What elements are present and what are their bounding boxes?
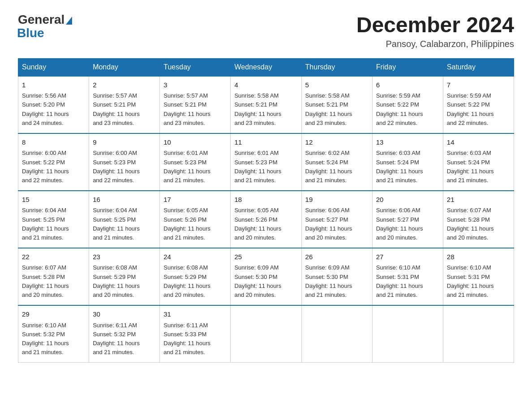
day-info: Sunrise: 6:08 AMSunset: 5:29 PMDaylight:…	[93, 264, 140, 298]
calendar-cell: 27 Sunrise: 6:10 AMSunset: 5:31 PMDaylig…	[372, 248, 443, 305]
weekday-header-tuesday: Tuesday	[160, 58, 231, 76]
day-number: 31	[163, 309, 227, 320]
day-info: Sunrise: 6:08 AMSunset: 5:29 PMDaylight:…	[163, 264, 210, 298]
day-number: 13	[376, 137, 439, 148]
calendar-cell: 19 Sunrise: 6:06 AMSunset: 5:27 PMDaylig…	[301, 191, 372, 248]
day-info: Sunrise: 6:03 AMSunset: 5:24 PMDaylight:…	[447, 150, 494, 183]
day-info: Sunrise: 6:06 AMSunset: 5:27 PMDaylight:…	[376, 207, 423, 240]
calendar-cell: 31 Sunrise: 6:11 AMSunset: 5:33 PMDaylig…	[160, 305, 231, 363]
calendar-cell: 13 Sunrise: 6:03 AMSunset: 5:24 PMDaylig…	[372, 133, 443, 191]
calendar-cell: 22 Sunrise: 6:07 AMSunset: 5:28 PMDaylig…	[18, 248, 89, 305]
day-info: Sunrise: 6:05 AMSunset: 5:26 PMDaylight:…	[163, 207, 210, 240]
day-info: Sunrise: 5:59 AMSunset: 5:22 PMDaylight:…	[376, 92, 423, 126]
calendar-cell: 25 Sunrise: 6:09 AMSunset: 5:30 PMDaylig…	[231, 248, 301, 305]
month-title: December 2024	[356, 13, 514, 37]
day-info: Sunrise: 5:57 AMSunset: 5:21 PMDaylight:…	[163, 92, 210, 126]
day-info: Sunrise: 6:10 AMSunset: 5:31 PMDaylight:…	[447, 264, 494, 298]
calendar-cell: 11 Sunrise: 6:01 AMSunset: 5:23 PMDaylig…	[231, 133, 301, 191]
day-info: Sunrise: 6:07 AMSunset: 5:28 PMDaylight:…	[447, 207, 494, 240]
title-section: December 2024 Pansoy, Calabarzon, Philip…	[356, 13, 514, 49]
calendar-cell	[443, 305, 514, 363]
day-info: Sunrise: 6:03 AMSunset: 5:24 PMDaylight:…	[376, 150, 423, 183]
day-number: 10	[163, 137, 227, 148]
calendar-cell: 20 Sunrise: 6:06 AMSunset: 5:27 PMDaylig…	[372, 191, 443, 248]
weekday-header-wednesday: Wednesday	[231, 58, 301, 76]
day-info: Sunrise: 6:11 AMSunset: 5:32 PMDaylight:…	[93, 322, 140, 355]
day-number: 25	[234, 252, 297, 262]
calendar-cell: 12 Sunrise: 6:02 AMSunset: 5:24 PMDaylig…	[301, 133, 372, 191]
calendar-week-4: 22 Sunrise: 6:07 AMSunset: 5:28 PMDaylig…	[18, 248, 514, 305]
day-number: 9	[93, 137, 156, 148]
day-info: Sunrise: 6:11 AMSunset: 5:33 PMDaylight:…	[163, 322, 210, 355]
logo-general-text: General	[18, 13, 64, 26]
calendar-cell	[301, 305, 372, 363]
calendar-cell: 28 Sunrise: 6:10 AMSunset: 5:31 PMDaylig…	[443, 248, 514, 305]
calendar-cell: 5 Sunrise: 5:58 AMSunset: 5:21 PMDayligh…	[301, 76, 372, 133]
day-info: Sunrise: 6:10 AMSunset: 5:32 PMDaylight:…	[22, 322, 69, 355]
location-subtitle: Pansoy, Calabarzon, Philippines	[356, 39, 514, 49]
day-number: 22	[22, 252, 85, 262]
day-number: 6	[376, 80, 439, 90]
logo-blue-text: Blue	[17, 26, 44, 40]
day-info: Sunrise: 5:59 AMSunset: 5:22 PMDaylight:…	[447, 92, 494, 126]
day-number: 2	[93, 80, 156, 90]
calendar-cell: 9 Sunrise: 6:00 AMSunset: 5:23 PMDayligh…	[89, 133, 160, 191]
day-info: Sunrise: 5:58 AMSunset: 5:21 PMDaylight:…	[234, 92, 281, 126]
weekday-header-monday: Monday	[89, 58, 160, 76]
calendar-cell: 29 Sunrise: 6:10 AMSunset: 5:32 PMDaylig…	[18, 305, 89, 363]
calendar-week-5: 29 Sunrise: 6:10 AMSunset: 5:32 PMDaylig…	[18, 305, 514, 363]
calendar-cell: 2 Sunrise: 5:57 AMSunset: 5:21 PMDayligh…	[89, 76, 160, 133]
calendar-cell: 4 Sunrise: 5:58 AMSunset: 5:21 PMDayligh…	[231, 76, 301, 133]
day-number: 8	[22, 137, 85, 148]
weekday-header-thursday: Thursday	[301, 58, 372, 76]
calendar-cell: 14 Sunrise: 6:03 AMSunset: 5:24 PMDaylig…	[443, 133, 514, 191]
calendar-cell: 26 Sunrise: 6:09 AMSunset: 5:30 PMDaylig…	[301, 248, 372, 305]
calendar-week-3: 15 Sunrise: 6:04 AMSunset: 5:25 PMDaylig…	[18, 191, 514, 248]
weekday-header-row: SundayMondayTuesdayWednesdayThursdayFrid…	[18, 58, 514, 76]
calendar-cell: 18 Sunrise: 6:05 AMSunset: 5:26 PMDaylig…	[231, 191, 301, 248]
day-number: 4	[234, 80, 297, 90]
day-info: Sunrise: 6:04 AMSunset: 5:25 PMDaylight:…	[22, 207, 69, 240]
day-number: 20	[376, 195, 439, 205]
day-number: 1	[22, 80, 85, 90]
day-info: Sunrise: 6:01 AMSunset: 5:23 PMDaylight:…	[163, 150, 210, 183]
day-info: Sunrise: 5:56 AMSunset: 5:20 PMDaylight:…	[22, 92, 69, 126]
calendar-week-1: 1 Sunrise: 5:56 AMSunset: 5:20 PMDayligh…	[18, 76, 514, 133]
day-info: Sunrise: 5:57 AMSunset: 5:21 PMDaylight:…	[93, 92, 140, 126]
page-header: General Blue December 2024 Pansoy, Calab…	[18, 13, 514, 49]
day-number: 30	[93, 309, 156, 320]
calendar-cell: 24 Sunrise: 6:08 AMSunset: 5:29 PMDaylig…	[160, 248, 231, 305]
calendar-cell: 3 Sunrise: 5:57 AMSunset: 5:21 PMDayligh…	[160, 76, 231, 133]
day-info: Sunrise: 6:00 AMSunset: 5:22 PMDaylight:…	[22, 150, 69, 183]
calendar-cell: 10 Sunrise: 6:01 AMSunset: 5:23 PMDaylig…	[160, 133, 231, 191]
day-info: Sunrise: 6:05 AMSunset: 5:26 PMDaylight:…	[234, 207, 281, 240]
calendar-cell: 17 Sunrise: 6:05 AMSunset: 5:26 PMDaylig…	[160, 191, 231, 248]
calendar-cell	[372, 305, 443, 363]
day-info: Sunrise: 6:07 AMSunset: 5:28 PMDaylight:…	[22, 264, 69, 298]
day-number: 14	[447, 137, 510, 148]
day-number: 18	[234, 195, 297, 205]
day-number: 26	[305, 252, 369, 262]
calendar-cell: 8 Sunrise: 6:00 AMSunset: 5:22 PMDayligh…	[18, 133, 89, 191]
day-info: Sunrise: 6:10 AMSunset: 5:31 PMDaylight:…	[376, 264, 423, 298]
calendar-cell: 23 Sunrise: 6:08 AMSunset: 5:29 PMDaylig…	[89, 248, 160, 305]
calendar-cell	[231, 305, 301, 363]
day-number: 29	[22, 309, 85, 320]
day-info: Sunrise: 6:00 AMSunset: 5:23 PMDaylight:…	[93, 150, 140, 183]
day-number: 12	[305, 137, 369, 148]
day-info: Sunrise: 6:09 AMSunset: 5:30 PMDaylight:…	[305, 264, 352, 298]
day-number: 19	[305, 195, 369, 205]
calendar-cell: 15 Sunrise: 6:04 AMSunset: 5:25 PMDaylig…	[18, 191, 89, 248]
logo: General Blue	[18, 13, 72, 40]
day-number: 16	[93, 195, 156, 205]
day-number: 7	[447, 80, 510, 90]
day-number: 5	[305, 80, 369, 90]
day-info: Sunrise: 6:06 AMSunset: 5:27 PMDaylight:…	[305, 207, 352, 240]
day-number: 24	[163, 252, 227, 262]
day-number: 28	[447, 252, 510, 262]
calendar-cell: 6 Sunrise: 5:59 AMSunset: 5:22 PMDayligh…	[372, 76, 443, 133]
weekday-header-saturday: Saturday	[443, 58, 514, 76]
day-info: Sunrise: 6:02 AMSunset: 5:24 PMDaylight:…	[305, 150, 352, 183]
calendar-cell: 30 Sunrise: 6:11 AMSunset: 5:32 PMDaylig…	[89, 305, 160, 363]
day-number: 17	[163, 195, 227, 205]
